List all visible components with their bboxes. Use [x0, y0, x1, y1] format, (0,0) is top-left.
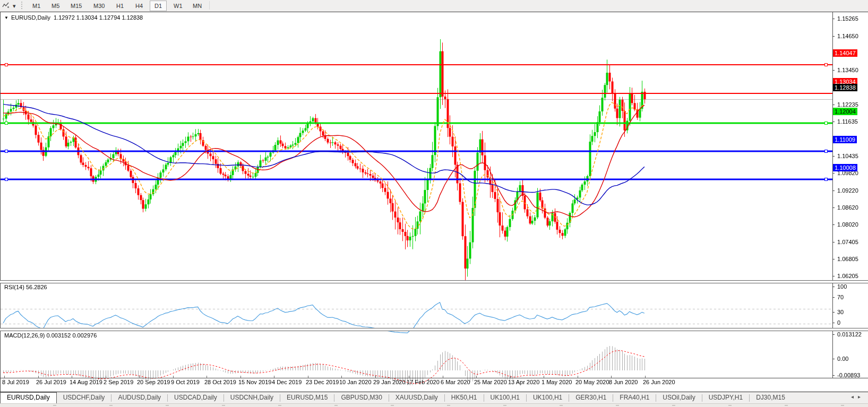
status-strip [0, 403, 868, 407]
chart-tab-usdchf-daily[interactable]: USDCHF,Daily [57, 392, 111, 404]
chart-tab-bar: EURUSD,DailyUSDCHF,DailyAUDUSD,DailyUSDC… [0, 392, 868, 404]
chart-tab-uk100-h1[interactable]: UK100,H1 [484, 392, 526, 404]
chart-tab-uk100-h1[interactable]: UK100,H1 [527, 392, 569, 404]
chart-tab-hk50-h1[interactable]: HK50,H1 [445, 392, 484, 404]
chart-window [0, 12, 868, 392]
tab-scroll-left-icon[interactable]: ◂ [851, 394, 858, 400]
tab-scroll-arrows[interactable]: ◂▸ [851, 394, 865, 400]
mt4-window: { "toolbar": { "timeframes": ["M1","M5",… [0, 0, 868, 407]
chart-tab-fra40-h1[interactable]: FRA40,H1 [613, 392, 656, 404]
chart-tab-ger30-h1[interactable]: GER30,H1 [569, 392, 613, 404]
chart-tab-eurusd-daily[interactable]: EURUSD,Daily [0, 392, 57, 404]
chart-tab-xauusd-daily[interactable]: XAUUSD,Daily [389, 392, 444, 404]
chart-tab-usdjpy-h1[interactable]: USDJPY,H1 [702, 392, 749, 404]
chart-tab-usdcnh-daily[interactable]: USDCNH,Daily [224, 392, 280, 404]
price-chart-canvas[interactable] [0, 0, 868, 407]
chart-tab-dj30-m15[interactable]: DJ30,M15 [750, 392, 792, 404]
tab-scroll-right-icon[interactable]: ▸ [858, 394, 865, 400]
chart-tab-gbpusd-m30[interactable]: GBPUSD,M30 [334, 392, 388, 404]
chart-tab-eurusd-m15[interactable]: EURUSD,M15 [280, 392, 334, 404]
chart-tab-usdcad-daily[interactable]: USDCAD,Daily [168, 392, 224, 404]
chart-tab-usoil-daily[interactable]: USOil,Daily [656, 392, 701, 404]
chart-tab-audusd-daily[interactable]: AUDUSD,Daily [111, 392, 167, 404]
